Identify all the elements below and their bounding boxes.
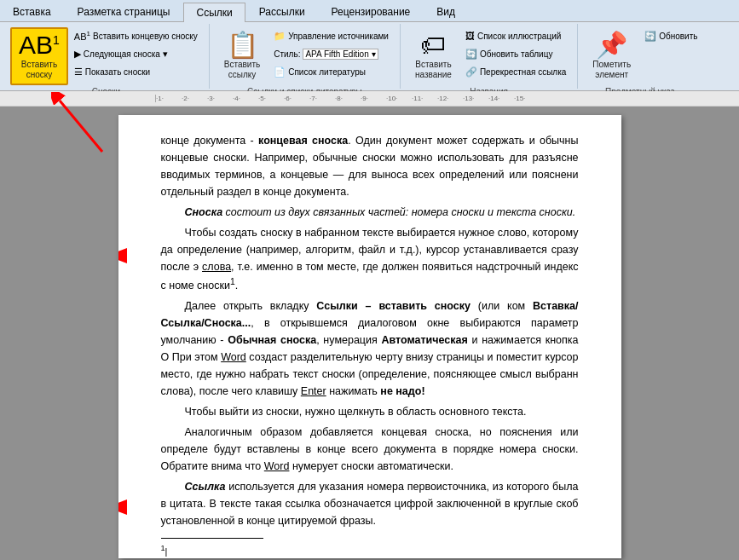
insert-footnote-button[interactable]: AB1 Вставитьсноску	[10, 27, 68, 85]
ruler: ·1· ·2· ·3· ·4· ·5· ·6· ·7· ·8· ·9· ·10·…	[0, 91, 739, 107]
dropdown-icon: ▾	[163, 49, 168, 60]
update-label: Обновить	[659, 32, 697, 41]
mark-entry-label: Пометитьэлемент	[592, 60, 631, 80]
tab-mailings[interactable]: Рассылки	[246, 2, 318, 21]
captions-group-items: 🏷 Вставитьназвание 🖼 Список иллюстраций …	[407, 27, 570, 85]
tab-insert[interactable]: Вставка	[0, 2, 64, 21]
update-icon: 🔄	[644, 31, 656, 42]
paragraph-3: Чтобы создать сноску в набранном тексте …	[161, 224, 579, 294]
cross-ref-button[interactable]: 🔗 Перекрестная ссылка	[461, 63, 570, 80]
cross-ref-label: Перекрестная ссылка	[480, 67, 566, 77]
update-table-label: Обновить таблицу	[480, 49, 553, 59]
insert-citation-label: Вставитьссылку	[224, 60, 260, 80]
show-footnotes-button[interactable]: ☰ Показать сноски	[70, 63, 202, 80]
document-page[interactable]: конце документа - концевая сноска. Один …	[118, 115, 621, 558]
paragraph-2: Сноска состоит из двух связанных частей:…	[161, 204, 579, 221]
tab-view[interactable]: Вид	[424, 2, 468, 21]
insert-endnote-button[interactable]: AB1 Вставить концевую сноску	[70, 27, 202, 44]
tab-review[interactable]: Рецензирование	[319, 2, 424, 21]
illustrations-label: Список иллюстраций	[477, 32, 561, 41]
footnote-small-buttons: AB1 Вставить концевую сноску ▶ Следующая…	[70, 27, 202, 80]
citations-group: 📋 Вставитьссылку 📁 Управление источникам…	[210, 24, 401, 89]
mark-icon: 📌	[596, 32, 627, 58]
illustrations-button[interactable]: 🖼 Список иллюстраций	[461, 27, 570, 44]
citations-group-items: 📋 Вставитьссылку 📁 Управление источникам…	[217, 27, 393, 85]
bibliography-label: Список литературы	[288, 67, 366, 77]
ribbon-content: AB1 Вставитьсноску AB1 Вставить концевую…	[0, 22, 739, 90]
captions-group: 🏷 Вставитьназвание 🖼 Список иллюстраций …	[401, 24, 578, 89]
show-footnotes-label: Показать сноски	[85, 67, 150, 77]
citation-small-buttons: 📁 Управление источниками Стиль: APA Fift…	[269, 27, 393, 80]
insert-citation-button[interactable]: 📋 Вставитьссылку	[217, 27, 268, 85]
footnote-separator	[161, 538, 263, 539]
style-label: Стиль:	[274, 49, 300, 59]
endnote-icon: AB1	[74, 30, 90, 42]
style-selector[interactable]: Стиль: APA Fifth Edition ▾	[269, 45, 393, 62]
illustrations-icon: 🖼	[465, 31, 475, 41]
ribbon-tabs: Вставка Разметка страницы Ссылки Рассылк…	[0, 0, 739, 22]
captions-small-buttons: 🖼 Список иллюстраций 🔄 Обновить таблицу …	[461, 27, 570, 80]
tab-references[interactable]: Ссылки	[183, 3, 245, 22]
insert-caption-button[interactable]: 🏷 Вставитьназвание	[407, 27, 459, 85]
caption-icon: 🏷	[420, 32, 446, 58]
next-footnote-label: Следующая сноска	[84, 49, 160, 59]
bibliography-icon: 📄	[274, 66, 286, 78]
bibliography-button[interactable]: 📄 Список литературы	[269, 63, 393, 80]
footnotes-group: AB1 Вставитьсноску AB1 Вставить концевую…	[3, 24, 210, 89]
svg-line-1	[60, 107, 102, 152]
insert-caption-label: Вставитьназвание	[415, 60, 452, 80]
update-button[interactable]: 🔄 Обновить	[640, 27, 701, 44]
index-small-buttons: 🔄 Обновить	[640, 27, 701, 44]
update-table-icon: 🔄	[465, 49, 477, 60]
citation-icon: 📋	[227, 32, 258, 58]
footnote-icon: AB1	[19, 32, 60, 58]
paragraph-1: конце документа - концевая сноска. Один …	[161, 132, 579, 200]
paragraph-4: Далее открыть вкладку Ссылки – вставить …	[161, 297, 579, 400]
update-table-button[interactable]: 🔄 Обновить таблицу	[461, 45, 570, 62]
manage-icon: 📁	[274, 31, 286, 42]
index-group: 📌 Пометитьэлемент 🔄 Обновить Предметный …	[578, 24, 708, 89]
footnotes-group-items: AB1 Вставитьсноску AB1 Вставить концевую…	[10, 27, 202, 85]
next-footnote-icon: ▶	[74, 49, 81, 60]
manage-sources-button[interactable]: 📁 Управление источниками	[269, 27, 393, 44]
style-value: APA Fifth Edition ▾	[303, 49, 378, 60]
insert-endnote-label: Вставить концевую сноску	[93, 32, 198, 41]
next-footnote-button[interactable]: ▶ Следующая сноска ▾	[70, 45, 202, 62]
paragraph-6: Аналогичным образом добавляется концевая…	[161, 424, 579, 475]
document-area: конце документа - концевая сноска. Один …	[0, 107, 739, 560]
index-group-items: 📌 Пометитьэлемент 🔄 Обновить	[585, 27, 701, 85]
cross-ref-icon: 🔗	[465, 66, 477, 78]
paragraph-5: Чтобы выйти из сноски, нужно щелкнуть в …	[161, 403, 579, 420]
show-icon: ☰	[74, 66, 83, 78]
paragraph-7: Ссылка используется для указания номера …	[161, 478, 579, 529]
mark-entry-button[interactable]: 📌 Пометитьэлемент	[585, 27, 638, 85]
footnote-content: 1|	[161, 542, 579, 558]
insert-footnote-label: Вставитьсноску	[21, 60, 57, 80]
manage-sources-label: Управление источниками	[288, 32, 389, 41]
tab-layout[interactable]: Разметка страницы	[65, 2, 183, 21]
